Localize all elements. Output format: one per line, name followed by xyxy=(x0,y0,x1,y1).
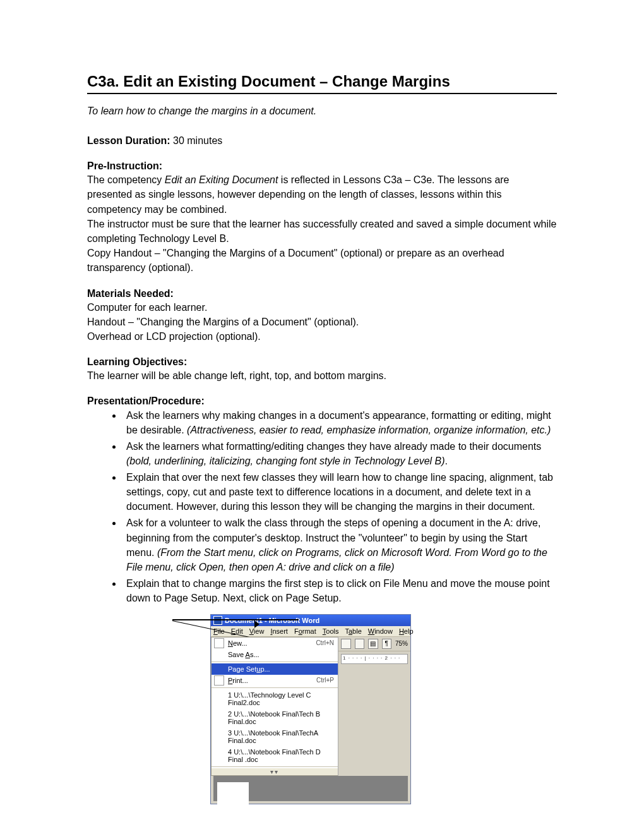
toolbar-icon[interactable] xyxy=(341,639,351,649)
recent-file[interactable]: 3 U:\...\Notebook Final\TechA Final.doc xyxy=(212,727,338,746)
title-rule xyxy=(87,93,557,94)
procedure-list: Ask the learners why making changes in a… xyxy=(87,408,557,605)
procedure-label: Presentation/Procedure: xyxy=(87,396,557,407)
materials-label: Materials Needed: xyxy=(87,288,557,299)
columns-icon[interactable]: ▤ xyxy=(368,639,378,649)
recent-file[interactable]: 4 U:\...\Notebook Final\Tech D Final .do… xyxy=(212,746,338,765)
menu-view[interactable]: View xyxy=(249,627,265,635)
recent-file[interactable]: 2 U:\...\Notebook Final\Tech B Final.doc xyxy=(212,708,338,727)
menu-table[interactable]: Table xyxy=(345,627,361,635)
list-item: Explain that to change margins the first… xyxy=(122,576,557,605)
ruler xyxy=(341,654,408,664)
list-item: Ask the learners what formatting/editing… xyxy=(122,439,557,468)
menu-insert[interactable]: Insert xyxy=(270,627,288,635)
menu-item-new[interactable]: New...Ctrl+N xyxy=(212,638,338,649)
menu-format[interactable]: Format xyxy=(294,627,316,635)
list-item: Explain that over the next few classes t… xyxy=(122,470,557,514)
preinstruction-body: The competency Edit an Exiting Document … xyxy=(87,172,557,275)
objectives-label: Learning Objectives: xyxy=(87,356,557,368)
menu-item-print[interactable]: Print...Ctrl+P xyxy=(212,675,338,686)
subtitle: To learn how to change the margins in a … xyxy=(87,106,557,117)
materials-body: Computer for each learner. Handout – "Ch… xyxy=(87,300,557,344)
pointer-arrow xyxy=(172,619,299,622)
print-icon xyxy=(214,675,224,686)
zoom-value[interactable]: 75% xyxy=(395,639,408,648)
duration-label: Lesson Duration: xyxy=(87,135,170,146)
toolbar-area: ▤ ¶ 75% xyxy=(338,637,410,776)
document-canvas xyxy=(213,776,408,801)
menu-help[interactable]: Help xyxy=(399,627,414,635)
preinstruction-label: Pre-Instruction: xyxy=(87,160,557,172)
word-screenshot: Document1 - Microsoft Word File Edit Vie… xyxy=(210,614,557,804)
pilcrow-icon[interactable]: ¶ xyxy=(382,639,392,649)
menu-window[interactable]: Window xyxy=(368,627,393,635)
list-item: Ask for a volunteer to walk the class th… xyxy=(122,516,557,574)
file-menu-dropdown: New...Ctrl+N Save As... Page Setup... Pr… xyxy=(211,637,338,776)
objectives-body: The learner will be able change left, ri… xyxy=(87,368,557,383)
recent-file[interactable]: 1 U:\...\Technology Level C Final2.doc xyxy=(212,689,338,708)
menu-item-saveas[interactable]: Save As... xyxy=(212,649,338,660)
toolbar-icon[interactable] xyxy=(355,639,365,649)
menu-expand-chevron[interactable]: ▾▾ xyxy=(212,768,338,775)
page-title: C3a. Edit an Existing Document – Change … xyxy=(87,73,557,90)
duration-value: 30 minutes xyxy=(170,135,223,146)
menu-tools[interactable]: Tools xyxy=(323,627,339,635)
new-icon xyxy=(214,638,224,648)
menu-item-pagesetup[interactable]: Page Setup... xyxy=(212,663,338,675)
list-item: Ask the learners why making changes in a… xyxy=(122,408,557,437)
